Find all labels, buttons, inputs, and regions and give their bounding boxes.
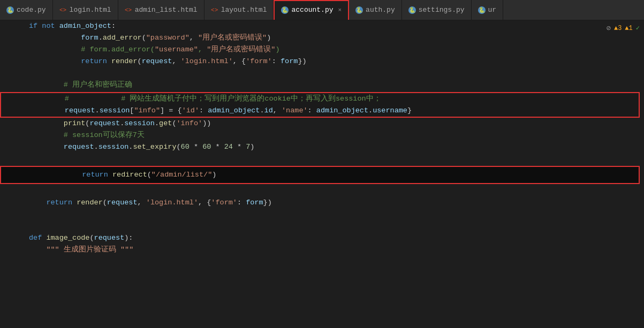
tab-bar: 🐍 code.py <> login.html <> admin_list.ht… xyxy=(0,0,644,20)
blank-line xyxy=(0,209,644,220)
code-line: form.add_error("password", "用户名或密码错误") xyxy=(0,32,644,44)
code-content: if not admin_object: form.add_error("pas… xyxy=(0,20,644,256)
tab-label: ur xyxy=(488,6,497,14)
tab-label: code.py xyxy=(17,6,46,14)
tab-label: layout.html xyxy=(221,6,267,14)
code-line: # 用户名和密码正确 xyxy=(0,79,644,91)
code-line: if not admin_object: xyxy=(0,20,644,32)
blank-line xyxy=(0,185,644,197)
error-count: ▲1 xyxy=(625,25,632,32)
tab-label: settings.py xyxy=(419,6,465,14)
tab-code-py[interactable]: 🐍 code.py xyxy=(0,0,53,20)
highlight-box-2: return redirect("/admin/list/") xyxy=(0,166,640,184)
blank-line xyxy=(0,153,644,165)
code-line: print(request.session.get('info')) xyxy=(0,118,644,129)
close-tab-button[interactable]: × xyxy=(338,7,342,13)
code-line: """ 生成图片验证码 """ xyxy=(0,244,644,256)
warning-count: ▲3 xyxy=(614,25,622,32)
code-line: return render(request, 'login.html', {'f… xyxy=(0,197,644,209)
tab-label: login.html xyxy=(70,6,111,14)
html-icon: <> xyxy=(59,6,67,14)
code-line: # # 网站生成随机子付中；写到用户浏览器的cookie中；再写入到sessio… xyxy=(1,93,639,105)
code-editor[interactable]: if not admin_object: form.add_error("pas… xyxy=(0,20,644,328)
status-bar: ⊘ ▲3 ▲1 ✓ xyxy=(602,22,644,34)
check-icon: ✓ xyxy=(636,24,640,32)
code-line: request.session["info"] = {'id': admin_o… xyxy=(1,105,639,117)
tab-auth-py[interactable]: 🐍 auth.py xyxy=(349,0,402,20)
tab-label: admin_list.html xyxy=(135,6,198,14)
tab-urls-py[interactable]: 🐍 ur xyxy=(472,0,504,20)
blank-line xyxy=(0,220,644,232)
highlight-box-1: # # 网站生成随机子付中；写到用户浏览器的cookie中；再写入到sessio… xyxy=(0,92,640,118)
tab-label: auth.py xyxy=(366,6,395,14)
tab-admin-list-html[interactable]: <> admin_list.html xyxy=(118,0,204,20)
tab-account-py[interactable]: 🐍 account.py × xyxy=(274,0,349,20)
python-icon: 🐍 xyxy=(478,6,486,14)
tab-login-html[interactable]: <> login.html xyxy=(53,0,118,20)
blank-line xyxy=(0,67,644,79)
code-line: # form.add_error("username", "用户名或密码错误") xyxy=(0,44,644,56)
python-icon: 🐍 xyxy=(355,6,363,14)
tab-label: account.py xyxy=(291,6,333,14)
tab-settings-py[interactable]: 🐍 settings.py xyxy=(402,0,472,20)
html-icon: <> xyxy=(211,6,218,14)
code-line: # session可以保存7天 xyxy=(0,129,644,141)
code-line: request.session.set_expiry(60 * 60 * 24 … xyxy=(0,141,644,153)
python-icon: 🐍 xyxy=(281,6,289,14)
python-icon: 🐍 xyxy=(6,6,14,14)
tab-layout-html[interactable]: <> layout.html xyxy=(204,0,274,20)
html-icon: <> xyxy=(125,6,132,14)
eye-icon: ⊘ xyxy=(607,24,611,33)
code-line: return render(request, 'login.html', {'f… xyxy=(0,56,644,67)
python-icon: 🐍 xyxy=(408,6,416,14)
code-line: return redirect("/admin/list/") xyxy=(1,169,639,181)
code-line: def image_code(request): xyxy=(0,232,644,244)
